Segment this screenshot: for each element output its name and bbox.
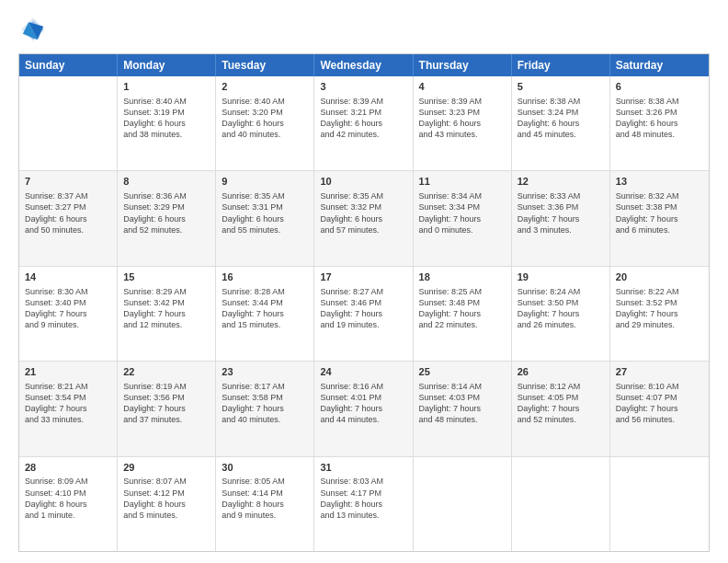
day-number: 22 xyxy=(123,365,210,379)
calendar-cell-0-0 xyxy=(19,76,118,170)
day-info: Sunrise: 8:05 AMSunset: 4:14 PMDaylight:… xyxy=(222,476,308,521)
calendar-cell-3-2: 23Sunrise: 8:17 AMSunset: 3:58 PMDayligh… xyxy=(216,362,314,455)
day-number: 20 xyxy=(616,270,703,284)
day-number: 8 xyxy=(123,175,210,189)
logo xyxy=(18,15,51,44)
calendar-cell-1-2: 9Sunrise: 8:35 AMSunset: 3:31 PMDaylight… xyxy=(216,171,314,265)
day-info: Sunrise: 8:25 AMSunset: 3:48 PMDaylight:… xyxy=(419,286,506,331)
day-info: Sunrise: 8:39 AMSunset: 3:23 PMDaylight:… xyxy=(419,96,506,141)
day-info: Sunrise: 8:33 AMSunset: 3:36 PMDaylight:… xyxy=(518,190,604,236)
day-number: 17 xyxy=(320,270,406,284)
day-number: 14 xyxy=(25,270,111,284)
header-day-friday: Friday xyxy=(512,54,610,76)
calendar-cell-2-2: 16Sunrise: 8:28 AMSunset: 3:44 PMDayligh… xyxy=(216,267,314,361)
day-number: 2 xyxy=(222,80,308,94)
day-number: 3 xyxy=(320,80,406,94)
day-info: Sunrise: 8:37 AMSunset: 3:27 PMDaylight:… xyxy=(25,190,111,236)
calendar-cell-0-1: 1Sunrise: 8:40 AMSunset: 3:19 PMDaylight… xyxy=(118,76,216,170)
day-info: Sunrise: 8:27 AMSunset: 3:46 PMDaylight:… xyxy=(320,286,406,331)
calendar-cell-4-0: 28Sunrise: 8:09 AMSunset: 4:10 PMDayligh… xyxy=(19,457,118,551)
calendar-cell-1-3: 10Sunrise: 8:35 AMSunset: 3:32 PMDayligh… xyxy=(314,171,413,265)
day-number: 7 xyxy=(25,175,111,189)
header-day-monday: Monday xyxy=(118,54,216,76)
day-number: 24 xyxy=(320,365,406,379)
day-info: Sunrise: 8:12 AMSunset: 4:05 PMDaylight:… xyxy=(518,381,604,426)
day-info: Sunrise: 8:09 AMSunset: 4:10 PMDaylight:… xyxy=(25,476,111,521)
calendar-cell-2-3: 17Sunrise: 8:27 AMSunset: 3:46 PMDayligh… xyxy=(314,267,413,361)
day-info: Sunrise: 8:38 AMSunset: 3:26 PMDaylight:… xyxy=(616,96,703,141)
logo-icon xyxy=(18,15,48,44)
day-info: Sunrise: 8:39 AMSunset: 3:21 PMDaylight:… xyxy=(320,96,406,141)
calendar-cell-4-5 xyxy=(512,457,610,551)
calendar-cell-0-5: 5Sunrise: 8:38 AMSunset: 3:24 PMDaylight… xyxy=(512,76,610,170)
day-info: Sunrise: 8:34 AMSunset: 3:34 PMDaylight:… xyxy=(419,190,506,236)
calendar-cell-1-4: 11Sunrise: 8:34 AMSunset: 3:34 PMDayligh… xyxy=(414,171,512,265)
calendar-header: SundayMondayTuesdayWednesdayThursdayFrid… xyxy=(19,54,709,76)
day-number: 28 xyxy=(25,461,111,475)
day-info: Sunrise: 8:24 AMSunset: 3:50 PMDaylight:… xyxy=(518,286,604,331)
header-day-saturday: Saturday xyxy=(610,54,709,76)
calendar-cell-0-6: 6Sunrise: 8:38 AMSunset: 3:26 PMDaylight… xyxy=(610,76,709,170)
day-info: Sunrise: 8:40 AMSunset: 3:19 PMDaylight:… xyxy=(123,96,210,141)
day-number: 25 xyxy=(419,365,506,379)
calendar-row-3: 21Sunrise: 8:21 AMSunset: 3:54 PMDayligh… xyxy=(19,362,709,456)
calendar-cell-2-1: 15Sunrise: 8:29 AMSunset: 3:42 PMDayligh… xyxy=(118,267,216,361)
day-info: Sunrise: 8:03 AMSunset: 4:17 PMDaylight:… xyxy=(320,476,406,521)
page: SundayMondayTuesdayWednesdayThursdayFrid… xyxy=(0,0,728,563)
calendar-cell-2-4: 18Sunrise: 8:25 AMSunset: 3:48 PMDayligh… xyxy=(414,267,512,361)
header-day-tuesday: Tuesday xyxy=(216,54,314,76)
day-number: 4 xyxy=(419,80,506,94)
day-info: Sunrise: 8:14 AMSunset: 4:03 PMDaylight:… xyxy=(419,381,506,426)
calendar-row-4: 28Sunrise: 8:09 AMSunset: 4:10 PMDayligh… xyxy=(19,457,709,551)
calendar-body: 1Sunrise: 8:40 AMSunset: 3:19 PMDaylight… xyxy=(19,76,709,551)
day-number: 6 xyxy=(616,80,703,94)
day-info: Sunrise: 8:10 AMSunset: 4:07 PMDaylight:… xyxy=(616,381,703,426)
day-number: 26 xyxy=(518,365,604,379)
day-info: Sunrise: 8:07 AMSunset: 4:12 PMDaylight:… xyxy=(123,476,210,521)
calendar-cell-4-6 xyxy=(610,457,709,551)
header-day-thursday: Thursday xyxy=(414,54,512,76)
calendar-row-2: 14Sunrise: 8:30 AMSunset: 3:40 PMDayligh… xyxy=(19,267,709,362)
calendar-cell-2-0: 14Sunrise: 8:30 AMSunset: 3:40 PMDayligh… xyxy=(19,267,118,361)
calendar-cell-0-3: 3Sunrise: 8:39 AMSunset: 3:21 PMDaylight… xyxy=(314,76,413,170)
day-info: Sunrise: 8:22 AMSunset: 3:52 PMDaylight:… xyxy=(616,286,703,331)
day-number: 11 xyxy=(419,175,506,189)
day-info: Sunrise: 8:32 AMSunset: 3:38 PMDaylight:… xyxy=(616,190,703,236)
day-number: 23 xyxy=(222,365,308,379)
day-number: 27 xyxy=(616,365,703,379)
day-number: 31 xyxy=(320,461,406,475)
day-info: Sunrise: 8:19 AMSunset: 3:56 PMDaylight:… xyxy=(123,381,210,426)
day-number: 10 xyxy=(320,175,406,189)
calendar-cell-2-5: 19Sunrise: 8:24 AMSunset: 3:50 PMDayligh… xyxy=(512,267,610,361)
day-info: Sunrise: 8:28 AMSunset: 3:44 PMDaylight:… xyxy=(222,286,308,331)
day-number: 5 xyxy=(518,80,604,94)
calendar-row-1: 7Sunrise: 8:37 AMSunset: 3:27 PMDaylight… xyxy=(19,171,709,266)
day-info: Sunrise: 8:16 AMSunset: 4:01 PMDaylight:… xyxy=(320,381,406,426)
day-info: Sunrise: 8:21 AMSunset: 3:54 PMDaylight:… xyxy=(25,381,111,426)
calendar-cell-4-1: 29Sunrise: 8:07 AMSunset: 4:12 PMDayligh… xyxy=(118,457,216,551)
calendar-cell-3-6: 27Sunrise: 8:10 AMSunset: 4:07 PMDayligh… xyxy=(610,362,709,455)
calendar-cell-3-0: 21Sunrise: 8:21 AMSunset: 3:54 PMDayligh… xyxy=(19,362,118,455)
calendar-cell-1-0: 7Sunrise: 8:37 AMSunset: 3:27 PMDaylight… xyxy=(19,171,118,265)
day-info: Sunrise: 8:29 AMSunset: 3:42 PMDaylight:… xyxy=(123,286,210,331)
day-info: Sunrise: 8:40 AMSunset: 3:20 PMDaylight:… xyxy=(222,96,308,141)
day-number: 1 xyxy=(123,80,210,94)
calendar-cell-0-2: 2Sunrise: 8:40 AMSunset: 3:20 PMDaylight… xyxy=(216,76,314,170)
calendar-cell-4-2: 30Sunrise: 8:05 AMSunset: 4:14 PMDayligh… xyxy=(216,457,314,551)
day-number: 15 xyxy=(123,270,210,284)
calendar-cell-3-5: 26Sunrise: 8:12 AMSunset: 4:05 PMDayligh… xyxy=(512,362,610,455)
day-info: Sunrise: 8:35 AMSunset: 3:32 PMDaylight:… xyxy=(320,190,406,236)
day-number: 19 xyxy=(518,270,604,284)
day-number: 9 xyxy=(222,175,308,189)
day-number: 29 xyxy=(123,461,210,475)
calendar-cell-1-6: 13Sunrise: 8:32 AMSunset: 3:38 PMDayligh… xyxy=(610,171,709,265)
day-info: Sunrise: 8:38 AMSunset: 3:24 PMDaylight:… xyxy=(518,96,604,141)
day-info: Sunrise: 8:35 AMSunset: 3:31 PMDaylight:… xyxy=(222,190,308,236)
calendar-cell-4-3: 31Sunrise: 8:03 AMSunset: 4:17 PMDayligh… xyxy=(314,457,413,551)
calendar-cell-2-6: 20Sunrise: 8:22 AMSunset: 3:52 PMDayligh… xyxy=(610,267,709,361)
day-number: 16 xyxy=(222,270,308,284)
calendar-cell-0-4: 4Sunrise: 8:39 AMSunset: 3:23 PMDaylight… xyxy=(414,76,512,170)
calendar-cell-1-5: 12Sunrise: 8:33 AMSunset: 3:36 PMDayligh… xyxy=(512,171,610,265)
day-info: Sunrise: 8:36 AMSunset: 3:29 PMDaylight:… xyxy=(123,190,210,236)
calendar-cell-3-4: 25Sunrise: 8:14 AMSunset: 4:03 PMDayligh… xyxy=(414,362,512,455)
